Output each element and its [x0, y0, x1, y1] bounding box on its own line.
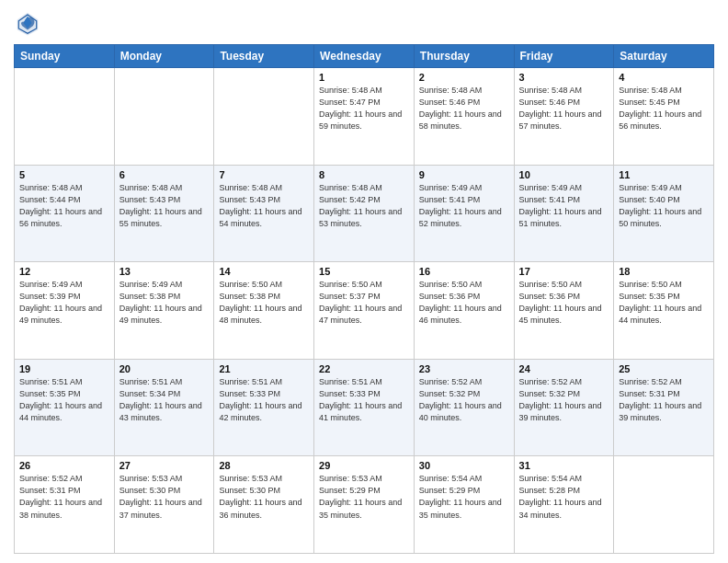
- day-number: 14: [219, 266, 309, 277]
- day-number: 27: [119, 460, 210, 471]
- day-sun-info: Sunrise: 5:53 AMSunset: 5:29 PMDaylight:…: [319, 473, 409, 521]
- day-sun-info: Sunrise: 5:50 AMSunset: 5:35 PMDaylight:…: [619, 279, 709, 327]
- day-sun-info: Sunrise: 5:48 AMSunset: 5:46 PMDaylight:…: [519, 85, 609, 132]
- day-number: 7: [219, 169, 309, 180]
- calendar-cell: 30Sunrise: 5:54 AMSunset: 5:29 PMDayligh…: [414, 456, 514, 554]
- day-number: 10: [519, 169, 609, 180]
- day-sun-info: Sunrise: 5:51 AMSunset: 5:33 PMDaylight:…: [219, 376, 309, 424]
- calendar-cell: [614, 456, 714, 554]
- day-number: 26: [19, 460, 109, 471]
- calendar-cell: 14Sunrise: 5:50 AMSunset: 5:38 PMDayligh…: [214, 262, 314, 360]
- calendar-cell: 9Sunrise: 5:49 AMSunset: 5:41 PMDaylight…: [414, 165, 514, 262]
- day-number: 19: [19, 363, 109, 374]
- day-number: 11: [619, 169, 709, 180]
- logo-icon: [14, 9, 41, 37]
- calendar-cell: 19Sunrise: 5:51 AMSunset: 5:35 PMDayligh…: [15, 359, 115, 456]
- calendar-cell: 12Sunrise: 5:49 AMSunset: 5:39 PMDayligh…: [15, 262, 115, 360]
- calendar-cell: 16Sunrise: 5:50 AMSunset: 5:36 PMDayligh…: [414, 262, 514, 360]
- calendar-cell: 4Sunrise: 5:48 AMSunset: 5:45 PMDaylight…: [614, 68, 714, 166]
- calendar-cell: 5Sunrise: 5:48 AMSunset: 5:44 PMDaylight…: [15, 165, 115, 262]
- day-sun-info: Sunrise: 5:50 AMSunset: 5:36 PMDaylight:…: [519, 279, 609, 327]
- calendar-cell: 1Sunrise: 5:48 AMSunset: 5:47 PMDaylight…: [314, 68, 415, 166]
- calendar-cell: 20Sunrise: 5:51 AMSunset: 5:34 PMDayligh…: [114, 359, 214, 456]
- calendar-cell: 24Sunrise: 5:52 AMSunset: 5:32 PMDayligh…: [514, 359, 614, 456]
- calendar-cell: 10Sunrise: 5:49 AMSunset: 5:41 PMDayligh…: [514, 165, 614, 262]
- calendar-cell: 18Sunrise: 5:50 AMSunset: 5:35 PMDayligh…: [614, 262, 714, 360]
- week-row-3: 12Sunrise: 5:49 AMSunset: 5:39 PMDayligh…: [15, 262, 714, 360]
- calendar-cell: 3Sunrise: 5:48 AMSunset: 5:46 PMDaylight…: [514, 68, 614, 166]
- weekday-header-monday: Monday: [114, 45, 214, 68]
- weekday-header-saturday: Saturday: [614, 45, 714, 68]
- day-sun-info: Sunrise: 5:53 AMSunset: 5:30 PMDaylight:…: [219, 473, 309, 521]
- calendar-cell: 25Sunrise: 5:52 AMSunset: 5:31 PMDayligh…: [614, 359, 714, 456]
- day-sun-info: Sunrise: 5:48 AMSunset: 5:42 PMDaylight:…: [319, 182, 409, 230]
- day-sun-info: Sunrise: 5:51 AMSunset: 5:34 PMDaylight:…: [119, 376, 210, 424]
- day-number: 25: [619, 363, 709, 374]
- day-number: 13: [119, 266, 210, 277]
- page: SundayMondayTuesdayWednesdayThursdayFrid…: [0, 0, 728, 563]
- day-number: 8: [319, 169, 409, 180]
- day-sun-info: Sunrise: 5:48 AMSunset: 5:45 PMDaylight:…: [619, 85, 709, 132]
- day-number: 17: [519, 266, 609, 277]
- day-number: 18: [619, 266, 709, 277]
- day-sun-info: Sunrise: 5:49 AMSunset: 5:39 PMDaylight:…: [19, 279, 109, 327]
- weekday-header-row: SundayMondayTuesdayWednesdayThursdayFrid…: [15, 45, 714, 68]
- weekday-header-friday: Friday: [514, 45, 614, 68]
- day-sun-info: Sunrise: 5:52 AMSunset: 5:32 PMDaylight:…: [419, 376, 509, 424]
- day-sun-info: Sunrise: 5:52 AMSunset: 5:31 PMDaylight:…: [19, 473, 109, 521]
- day-number: 12: [19, 266, 109, 277]
- day-sun-info: Sunrise: 5:54 AMSunset: 5:28 PMDaylight:…: [519, 473, 609, 521]
- day-sun-info: Sunrise: 5:49 AMSunset: 5:41 PMDaylight:…: [419, 182, 509, 230]
- day-number: 5: [19, 169, 109, 180]
- calendar-cell: 7Sunrise: 5:48 AMSunset: 5:43 PMDaylight…: [214, 165, 314, 262]
- calendar-cell: 15Sunrise: 5:50 AMSunset: 5:37 PMDayligh…: [314, 262, 415, 360]
- calendar-cell: 6Sunrise: 5:48 AMSunset: 5:43 PMDaylight…: [114, 165, 214, 262]
- week-row-1: 1Sunrise: 5:48 AMSunset: 5:47 PMDaylight…: [15, 68, 714, 166]
- day-sun-info: Sunrise: 5:48 AMSunset: 5:44 PMDaylight:…: [19, 182, 109, 230]
- day-number: 29: [319, 460, 409, 471]
- calendar-cell: 11Sunrise: 5:49 AMSunset: 5:40 PMDayligh…: [614, 165, 714, 262]
- day-sun-info: Sunrise: 5:51 AMSunset: 5:35 PMDaylight:…: [19, 376, 109, 424]
- calendar-cell: 23Sunrise: 5:52 AMSunset: 5:32 PMDayligh…: [414, 359, 514, 456]
- day-number: 21: [219, 363, 309, 374]
- day-sun-info: Sunrise: 5:52 AMSunset: 5:31 PMDaylight:…: [619, 376, 709, 424]
- day-sun-info: Sunrise: 5:48 AMSunset: 5:46 PMDaylight:…: [419, 85, 509, 132]
- day-number: 30: [419, 460, 509, 471]
- calendar-cell: 13Sunrise: 5:49 AMSunset: 5:38 PMDayligh…: [114, 262, 214, 360]
- calendar-table: SundayMondayTuesdayWednesdayThursdayFrid…: [14, 44, 714, 554]
- day-number: 9: [419, 169, 509, 180]
- day-sun-info: Sunrise: 5:50 AMSunset: 5:36 PMDaylight:…: [419, 279, 509, 327]
- day-sun-info: Sunrise: 5:49 AMSunset: 5:41 PMDaylight:…: [519, 182, 609, 230]
- weekday-header-thursday: Thursday: [414, 45, 514, 68]
- day-number: 3: [519, 72, 609, 83]
- calendar-cell: 2Sunrise: 5:48 AMSunset: 5:46 PMDaylight…: [414, 68, 514, 166]
- day-number: 2: [419, 72, 509, 83]
- day-sun-info: Sunrise: 5:48 AMSunset: 5:43 PMDaylight:…: [119, 182, 210, 230]
- calendar-cell: 27Sunrise: 5:53 AMSunset: 5:30 PMDayligh…: [114, 456, 214, 554]
- day-number: 1: [319, 72, 409, 83]
- day-number: 4: [619, 72, 709, 83]
- day-number: 31: [519, 460, 609, 471]
- weekday-header-wednesday: Wednesday: [314, 45, 415, 68]
- day-sun-info: Sunrise: 5:50 AMSunset: 5:37 PMDaylight:…: [319, 279, 409, 327]
- calendar-cell: 21Sunrise: 5:51 AMSunset: 5:33 PMDayligh…: [214, 359, 314, 456]
- day-number: 20: [119, 363, 210, 374]
- weekday-header-tuesday: Tuesday: [214, 45, 314, 68]
- week-row-2: 5Sunrise: 5:48 AMSunset: 5:44 PMDaylight…: [15, 165, 714, 262]
- weekday-header-sunday: Sunday: [15, 45, 115, 68]
- logo: [14, 9, 45, 37]
- day-sun-info: Sunrise: 5:48 AMSunset: 5:47 PMDaylight:…: [319, 85, 409, 132]
- calendar-cell: 8Sunrise: 5:48 AMSunset: 5:42 PMDaylight…: [314, 165, 415, 262]
- calendar-cell: 22Sunrise: 5:51 AMSunset: 5:33 PMDayligh…: [314, 359, 415, 456]
- day-sun-info: Sunrise: 5:54 AMSunset: 5:29 PMDaylight:…: [419, 473, 509, 521]
- day-number: 22: [319, 363, 409, 374]
- calendar-cell: [114, 68, 214, 166]
- day-sun-info: Sunrise: 5:48 AMSunset: 5:43 PMDaylight:…: [219, 182, 309, 230]
- day-number: 6: [119, 169, 210, 180]
- day-number: 23: [419, 363, 509, 374]
- calendar-cell: 31Sunrise: 5:54 AMSunset: 5:28 PMDayligh…: [514, 456, 614, 554]
- week-row-5: 26Sunrise: 5:52 AMSunset: 5:31 PMDayligh…: [15, 456, 714, 554]
- header: [14, 9, 714, 37]
- calendar-cell: 29Sunrise: 5:53 AMSunset: 5:29 PMDayligh…: [314, 456, 415, 554]
- day-sun-info: Sunrise: 5:51 AMSunset: 5:33 PMDaylight:…: [319, 376, 409, 424]
